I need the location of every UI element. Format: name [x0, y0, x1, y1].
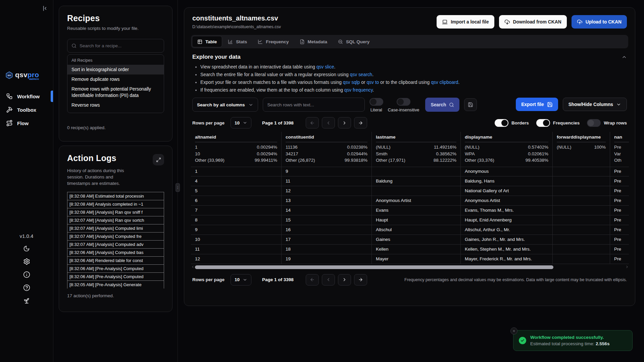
recipe-item[interactable]: Reverse rows [67, 100, 164, 110]
log-entry: [8:32:08 AM] [Analysis] Ran qsv sniff f [67, 208, 164, 216]
wrap-rows-toggle[interactable] [587, 119, 601, 127]
frequencies-toggle[interactable] [536, 119, 550, 127]
log-entry: [8:32:06 AM] [Pre-Analysis] Computed [67, 272, 164, 281]
tab-stats[interactable]: Stats [223, 36, 252, 47]
doc-link[interactable]: qsv clipboard [431, 80, 458, 85]
table-cell: 14 [282, 206, 372, 215]
doc-link[interactable]: qsv slice [316, 64, 334, 69]
table-cell [553, 215, 610, 225]
export-file-button[interactable]: Export file [516, 98, 558, 111]
scroll-left-icon[interactable] [191, 265, 195, 269]
sidebar-item-flow[interactable]: Flow [0, 116, 53, 130]
expand-logs-button[interactable] [153, 154, 164, 165]
collapse-section-button[interactable] [622, 54, 627, 60]
explore-bullet: Export your file or search matches to a … [200, 80, 627, 85]
info-button[interactable] [23, 271, 30, 278]
tab-sql-query[interactable]: SQL Query [333, 36, 375, 47]
tab-table[interactable]: Table [192, 36, 222, 47]
import-local-file-button[interactable]: Import a local file [437, 15, 494, 29]
table-cell: 5 [191, 186, 282, 196]
bars-icon [228, 39, 233, 44]
column-header-forwarddisplayname[interactable]: forwarddisplayname [553, 132, 610, 142]
tab-metadata[interactable]: Metadata [295, 36, 333, 47]
tab-frequency[interactable]: Frequency [253, 36, 294, 47]
frequency-cell: PreVarOth [610, 142, 629, 167]
borders-toggle[interactable] [495, 119, 508, 127]
theme-toggle-button[interactable] [23, 245, 30, 252]
scroll-right-icon[interactable] [625, 265, 629, 269]
table-row[interactable]: 1118KellenKellen, Stephen M., Mr. and Mr… [191, 245, 629, 254]
laptop-icon [442, 19, 448, 25]
sidebar: qsv qsvpro datHere WorkflowToolboxFlow v… [0, 0, 53, 362]
prev-page-button[interactable] [322, 274, 335, 286]
settings-button[interactable] [23, 258, 30, 265]
horizontal-scrollbar[interactable] [191, 265, 629, 269]
table-cell: Kellen [372, 245, 461, 254]
sprout-button[interactable] [23, 297, 30, 304]
search-rows-input[interactable] [263, 98, 365, 112]
recipe-item[interactable]: Sort in lexicographical order [67, 65, 164, 74]
case-insensitive-toggle[interactable] [397, 98, 410, 106]
rows-per-page-select[interactable]: 10 [231, 274, 251, 286]
table-row[interactable]: 916AltschulAltschul, Arthur G., Mr.Pre [191, 225, 629, 235]
search-column-select[interactable]: Search by all columns [192, 98, 258, 112]
column-header-constituentid[interactable]: constituentid [282, 132, 372, 142]
table-row[interactable]: 411BaldungBaldung, HansPre [191, 176, 629, 186]
panel-collapse-icon [41, 5, 48, 12]
prev-page-button[interactable] [322, 117, 335, 128]
sidebar-item-workflow[interactable]: Workflow [0, 90, 53, 103]
moon-icon [23, 245, 30, 252]
action-logs-title: Action Logs [67, 153, 116, 163]
recipe-item[interactable]: Remove duplicate rows [67, 74, 164, 84]
grip-handle-icon[interactable]: ⁞ [176, 183, 180, 192]
next-page-button[interactable] [338, 117, 351, 128]
table-row[interactable]: 815HauptHaupt, Enid AnnenbergPre [191, 215, 629, 225]
column-header-lastname[interactable]: lastname [372, 132, 461, 142]
last-page-button[interactable] [354, 274, 367, 286]
collapse-sidebar-button[interactable] [40, 4, 49, 13]
scrollbar-thumb[interactable] [195, 265, 553, 269]
table-row[interactable]: 1219MayerMayer, Frederick R., Mr. and Mr… [191, 254, 629, 264]
table-cell: 10 [191, 235, 282, 244]
chevdown-icon [243, 277, 247, 282]
rows-per-page-select[interactable]: 10 [231, 117, 251, 128]
doc-link[interactable]: qsv frequency [344, 88, 373, 93]
recipe-search-box[interactable] [67, 39, 164, 53]
column-header-altnameid[interactable]: altnameid [191, 132, 282, 142]
table-cell: National Gallery of Art [461, 186, 553, 196]
table-row[interactable]: 714EvansEvans, Thomas M., Mrs.Pre [191, 206, 629, 215]
upload-to-ckan-button[interactable]: Upload to CKAN [572, 15, 627, 29]
show-hide-columns-button[interactable]: Show/Hide Columns [563, 98, 627, 111]
doc-link[interactable]: qsv to [366, 80, 379, 85]
save-search-button[interactable] [464, 98, 477, 111]
search-icon [71, 43, 77, 48]
literal-toggle[interactable] [369, 98, 383, 106]
last-page-button[interactable] [354, 117, 367, 128]
hammer-icon [6, 106, 13, 113]
table-row[interactable]: 613Anonymous ArtistAnonymous ArtistPre [191, 196, 629, 206]
table-row[interactable]: 512National Gallery of ArtPre [191, 186, 629, 196]
download-from-ckan-button[interactable]: Download from CKAN [499, 15, 567, 29]
sidebar-item-toolbox[interactable]: Toolbox [0, 103, 53, 116]
help-button[interactable] [23, 284, 30, 291]
recipe-search-input[interactable] [80, 43, 160, 48]
doc-link[interactable]: qsv sqlp [343, 80, 360, 85]
doc-link[interactable]: qsv search [350, 72, 373, 77]
recipe-item[interactable]: Remove rows with potential Personally Id… [67, 84, 164, 100]
table-row[interactable]: 1017GainesGaines, John R., Mr. and Mrs.P… [191, 235, 629, 245]
main-content: constituents_altnames.csv D:\datasets\ex… [184, 7, 635, 306]
table-row[interactable]: 19AnonymousPre [191, 167, 629, 176]
next-page-button[interactable] [338, 274, 351, 286]
column-header-displayname[interactable]: displayname [461, 132, 553, 142]
log-entry: [8:32:07 AM] [Analysis] Computed fre [67, 232, 164, 241]
column-header-nan[interactable]: nan [610, 132, 629, 142]
search-button[interactable]: Search [425, 98, 459, 112]
table-cell: 13 [282, 196, 372, 205]
toast-close-button[interactable] [510, 327, 517, 334]
first-page-button[interactable] [306, 274, 319, 286]
table-cell: 11 [191, 245, 282, 254]
recipes-applied-note: 0 recipe(s) applied. [67, 125, 164, 130]
table-cell: Pre [610, 215, 629, 225]
recipes-panel: Recipes Reusable scripts to modify your … [59, 6, 172, 142]
first-page-button[interactable] [306, 117, 319, 128]
